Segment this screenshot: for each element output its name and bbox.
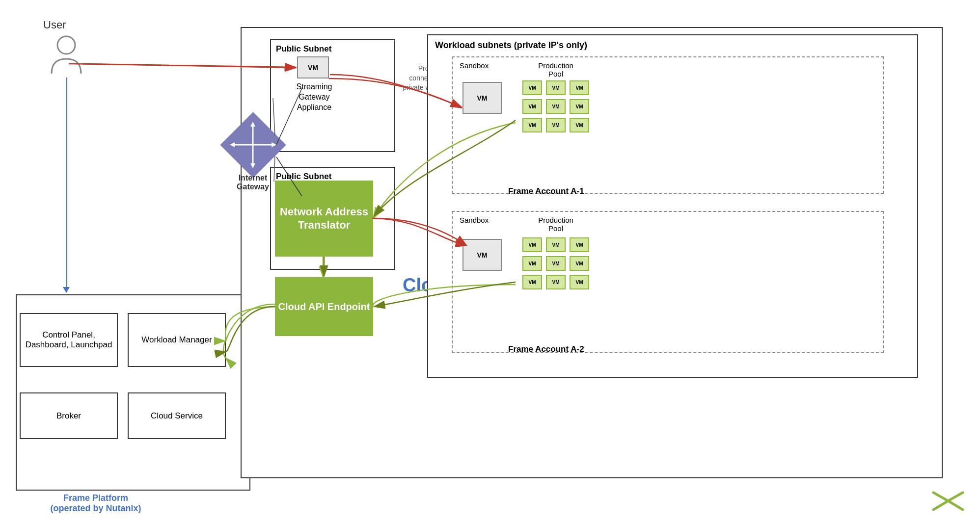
streaming-gateway-label: Streaming Gateway Appliance (282, 82, 346, 112)
vm-small-1-9: VM (570, 118, 589, 132)
user-label: User (43, 19, 66, 31)
vm-small-2-5: VM (546, 256, 566, 271)
frame-account-2-label: Frame Account A-2 (508, 344, 584, 354)
vm-small-1-8: VM (546, 118, 566, 132)
nutanix-logo (931, 490, 965, 512)
nat-box: Network Address Translator (275, 181, 373, 257)
vm-small-2-2: VM (546, 237, 566, 252)
public-subnet-1-label: Public Subnet (271, 40, 394, 56)
svg-point-0 (57, 36, 75, 54)
user-icon (49, 34, 83, 76)
user-vertical-line (66, 78, 67, 288)
user-vertical-arrow (63, 287, 70, 293)
sandbox-1-label: Sandbox (460, 61, 489, 70)
frame-account-2-box: Sandbox ProductionPool VM VM VM VM VM VM… (452, 211, 884, 353)
frame-account-1-box: Sandbox ProductionPool VM VM VM VM VM VM… (452, 56, 884, 194)
production-1-label: ProductionPool (531, 61, 580, 78)
vm-small-2-8: VM (546, 275, 566, 289)
vm-streaming-gateway: VM (297, 56, 329, 78)
svg-marker-2 (272, 142, 276, 147)
frame-account-1-label: Frame Account A-1 (508, 186, 584, 196)
vm-small-1-5: VM (546, 99, 566, 114)
vm-small-1-3: VM (570, 80, 589, 95)
svg-marker-6 (250, 163, 255, 168)
svg-line-8 (948, 493, 963, 501)
vm-small-2-3: VM (570, 237, 589, 252)
svg-marker-5 (250, 122, 255, 127)
frame-platform-label: Frame Platform (operated by Nutanix) (27, 493, 164, 514)
vm-small-2-4: VM (522, 256, 542, 271)
vm-small-1-1: VM (522, 80, 542, 95)
vm-small-2-7: VM (522, 275, 542, 289)
sandbox-2-label: Sandbox (460, 216, 489, 224)
workload-subnets-label: Workload subnets (private IP's only) (428, 35, 917, 52)
vm-small-1-7: VM (522, 118, 542, 132)
production-2-label: ProductionPool (531, 216, 580, 233)
vm-large-2: VM (463, 239, 502, 271)
vm-small-2-1: VM (522, 237, 542, 252)
vm-small-1-4: VM (522, 99, 542, 114)
svg-line-9 (933, 501, 948, 510)
diagram-container: User Control Panel, Dashboard, Launchpad… (0, 0, 980, 521)
vm-grid-1: VM VM VM VM VM VM VM VM VM (521, 79, 590, 133)
vm-small-1-6: VM (570, 99, 589, 114)
svg-line-7 (933, 493, 948, 501)
frame-platform-outer-box (16, 294, 250, 491)
vm-large-1: VM (463, 82, 502, 114)
vm-small-2-9: VM (570, 275, 589, 289)
svg-line-10 (948, 501, 963, 510)
cloud-api-endpoint-box: Cloud API Endpoint (275, 277, 373, 336)
vm-small-2-6: VM (570, 256, 589, 271)
vm-grid-2: VM VM VM VM VM VM VM VM VM (521, 236, 590, 290)
internet-gateway-arrows (230, 122, 276, 168)
vm-small-1-2: VM (546, 80, 566, 95)
svg-marker-3 (230, 142, 235, 147)
